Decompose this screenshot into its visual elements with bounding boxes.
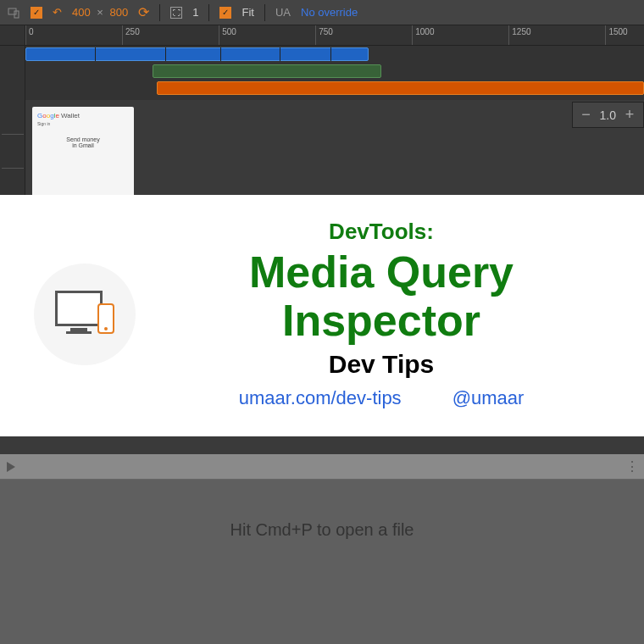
page-preview[interactable]: Google Wallet Sign in Send money in Gmai…	[32, 107, 134, 200]
ua-label: UA	[275, 6, 291, 19]
preview-signin: Sign in	[37, 121, 129, 126]
devices-illustration	[34, 264, 136, 365]
play-icon[interactable]	[7, 462, 15, 472]
ruler-tick: 250	[122, 25, 140, 45]
zoom-out-button[interactable]: −	[580, 106, 593, 124]
zoom-control: − 1.0 +	[572, 102, 644, 128]
ruler-tick: 500	[219, 25, 236, 45]
title-overlay: DevTools: Media Query Inspector Dev Tips…	[0, 195, 644, 436]
enable-checkbox[interactable]: ✓	[31, 7, 42, 19]
mq-bar-max-width[interactable]	[25, 47, 369, 61]
ua-dropdown[interactable]: No override	[301, 6, 358, 19]
horizontal-ruler: 0250500750100012501500	[0, 25, 644, 46]
link-website[interactable]: umaar.com/dev-tips	[239, 387, 402, 409]
ruler-tick: 1000	[412, 25, 434, 45]
title-main: Media Query Inspector	[153, 248, 610, 345]
scale-value[interactable]: 1	[192, 6, 198, 19]
viewport-width[interactable]: 400	[72, 6, 91, 19]
more-menu-icon[interactable]: ⋮	[625, 458, 637, 475]
separator	[264, 4, 265, 21]
viewport-height[interactable]: 800	[110, 6, 129, 19]
mq-bar-min-width[interactable]	[157, 81, 644, 95]
fit-to-window-icon[interactable]: ⛶	[170, 7, 182, 19]
ruler-tick: 1500	[605, 25, 627, 45]
refresh-icon[interactable]: ⟳	[138, 4, 149, 20]
title-prefix: DevTools:	[153, 219, 610, 245]
monitor-icon	[55, 291, 103, 326]
ruler-tick: 1250	[508, 25, 530, 45]
vertical-ruler	[0, 100, 25, 210]
sources-panel: ⋮ Hit Cmd+P to open a file	[0, 454, 644, 644]
media-query-bars[interactable]	[25, 46, 644, 100]
separator	[159, 4, 160, 21]
dimension-separator: ×	[97, 6, 103, 19]
device-toolbar: ✓ ↶ 400 × 800 ⟳ ⛶ 1 ✓ Fit UA No override	[0, 0, 644, 25]
swap-dimensions-icon[interactable]: ↶	[53, 6, 62, 19]
fit-checkbox[interactable]: ✓	[219, 7, 231, 19]
preview-hero-text: Send money in Gmail	[37, 136, 129, 148]
phone-icon	[97, 303, 114, 334]
zoom-in-button[interactable]: +	[623, 106, 636, 124]
ruler-tick: 750	[315, 25, 333, 45]
preview-logo: Google Wallet	[37, 112, 129, 119]
mq-bar-min-max[interactable]	[153, 64, 381, 78]
open-file-hint: Hit Cmd+P to open a file	[0, 520, 644, 540]
ruler-tick: 0	[25, 25, 34, 45]
sources-toolbar: ⋮	[0, 454, 644, 480]
fit-label: Fit	[242, 6, 253, 19]
zoom-value: 1.0	[600, 108, 616, 122]
viewport-preview: Google Wallet Sign in Send money in Gmai…	[0, 100, 644, 210]
media-query-inspector	[0, 46, 644, 100]
title-subtitle: Dev Tips	[153, 350, 610, 379]
separator	[208, 4, 209, 21]
devices-icon[interactable]	[7, 6, 20, 19]
link-twitter[interactable]: @umaar	[452, 387, 525, 409]
